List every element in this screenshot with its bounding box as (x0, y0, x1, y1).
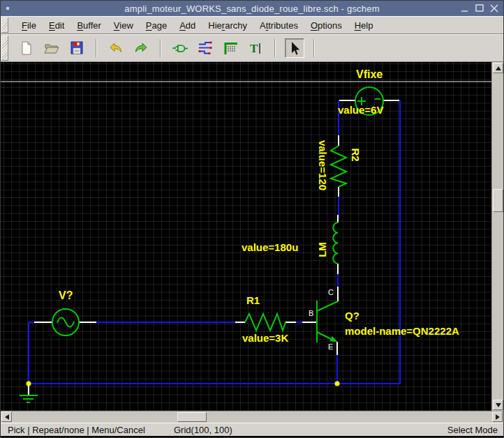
pin-c-label: C (328, 289, 334, 296)
menu-help[interactable]: Help (348, 18, 380, 33)
vfixe-ref-label[interactable]: Vfixe (356, 69, 383, 80)
r2-ref-label[interactable]: R2 (350, 148, 361, 161)
menu-buffer[interactable]: Buffer (71, 18, 107, 33)
menu-view[interactable]: View (108, 18, 140, 33)
select-mode-button[interactable] (285, 38, 304, 58)
minimize-button[interactable] (459, 3, 470, 13)
undo-button[interactable] (106, 38, 126, 58)
left-arrow-icon (5, 414, 9, 420)
maximize-icon (475, 4, 484, 13)
close-icon (490, 4, 498, 13)
toolbar-separator (96, 39, 97, 57)
open-folder-icon (43, 40, 60, 56)
toolbar-separator (313, 39, 315, 57)
q-transistor-symbol[interactable] (317, 301, 338, 342)
new-file-button[interactable] (17, 38, 36, 58)
select-arrow-icon (287, 40, 302, 56)
r2-value-label[interactable]: value=120 (318, 140, 328, 190)
menu-page[interactable]: Page (140, 18, 173, 33)
text-icon: T (247, 40, 264, 56)
scroll-right-button[interactable] (492, 411, 503, 422)
save-floppy-icon (68, 40, 85, 56)
status-select-mode-text: Select Mode (447, 425, 498, 435)
up-arrow-icon (496, 66, 501, 70)
undo-icon (108, 40, 124, 56)
close-button[interactable] (489, 3, 499, 13)
pin-e-label: E (328, 343, 333, 351)
add-bus-button[interactable] (221, 38, 240, 58)
menu-attributes[interactable]: Attributes (253, 18, 304, 33)
statusbar: Pick | Repeat/none | Menu/Cancel Grid(10… (1, 423, 503, 436)
horizontal-scrollbar[interactable] (1, 411, 503, 423)
window-title: ampli_moteur_WORKS_sans_diode_roue_libre… (1, 3, 503, 14)
r1-value-label[interactable]: value=3K (242, 333, 288, 343)
maximize-button[interactable] (474, 3, 484, 13)
menubar: File Edit Buffer View Page Add Hierarchy… (1, 16, 503, 34)
lm-value-label[interactable]: value=180u (242, 242, 298, 252)
status-grid-text: Grid(100, 100) (174, 425, 232, 435)
menu-hierarchy[interactable]: Hierarchy (202, 18, 253, 33)
lm-ref-label[interactable]: LM (317, 242, 327, 257)
bus-icon (222, 40, 239, 56)
down-arrow-icon (496, 403, 501, 407)
vertical-scrollbar[interactable] (491, 62, 503, 411)
scroll-up-button[interactable] (493, 63, 503, 73)
svg-text:T: T (250, 42, 258, 55)
new-file-icon (18, 40, 35, 56)
ground-symbol[interactable] (20, 395, 38, 402)
vin-source-symbol[interactable] (52, 309, 79, 335)
menu-options[interactable]: Options (304, 18, 348, 33)
r1-resistor-symbol[interactable] (245, 314, 286, 331)
toolbar-separator (274, 39, 276, 57)
minimize-icon (461, 4, 469, 13)
net-wires[interactable] (29, 100, 401, 384)
r1-ref-label[interactable]: R1 (246, 295, 260, 305)
net-icon (197, 40, 214, 56)
add-net-button[interactable] (195, 38, 215, 58)
q-model-label[interactable]: model-name=QN2222A (345, 326, 459, 336)
vin-ref-label[interactable]: V? (59, 290, 73, 301)
titlebar[interactable]: ampli_moteur_WORKS_sans_diode_roue_libre… (1, 1, 503, 16)
component-pins[interactable] (29, 100, 399, 395)
redo-button[interactable] (131, 38, 151, 58)
add-text-button[interactable]: T (246, 38, 265, 58)
redo-icon (133, 40, 149, 56)
horizontal-scroll-thumb[interactable] (177, 412, 207, 422)
workspace: Vfixe value=6V value=120 R2 value=180u L… (1, 62, 503, 411)
schematic-canvas[interactable]: Vfixe value=6V value=120 R2 value=180u L… (1, 62, 493, 411)
scroll-left-button[interactable] (1, 411, 12, 422)
scroll-down-button[interactable] (493, 400, 503, 410)
window-menu-icon[interactable] (6, 7, 9, 10)
toolbar-separator (160, 39, 161, 57)
component-icon (172, 40, 188, 56)
q-ref-label[interactable]: Q? (345, 310, 360, 321)
save-file-button[interactable] (67, 38, 87, 58)
menu-file[interactable]: File (15, 18, 43, 33)
menu-edit[interactable]: Edit (43, 18, 71, 33)
pin-b-label: B (309, 310, 313, 317)
add-component-button[interactable] (170, 38, 190, 58)
toolbar-grip[interactable] (1, 36, 8, 61)
gschem-window: ampli_moteur_WORKS_sans_diode_roue_libre… (0, 0, 504, 438)
menu-add[interactable]: Add (173, 18, 202, 33)
toolbar: T (1, 34, 503, 62)
r2-resistor-symbol[interactable] (331, 146, 346, 187)
right-arrow-icon (496, 414, 500, 420)
vfixe-value-label[interactable]: value=6V (338, 105, 383, 115)
menubar-grip[interactable] (1, 17, 8, 33)
status-modes-text: Pick | Repeat/none | Menu/Cancel (8, 425, 145, 435)
lm-inductor-symbol[interactable] (333, 222, 338, 264)
vertical-scroll-thumb[interactable] (493, 189, 503, 212)
open-file-button[interactable] (42, 38, 61, 58)
